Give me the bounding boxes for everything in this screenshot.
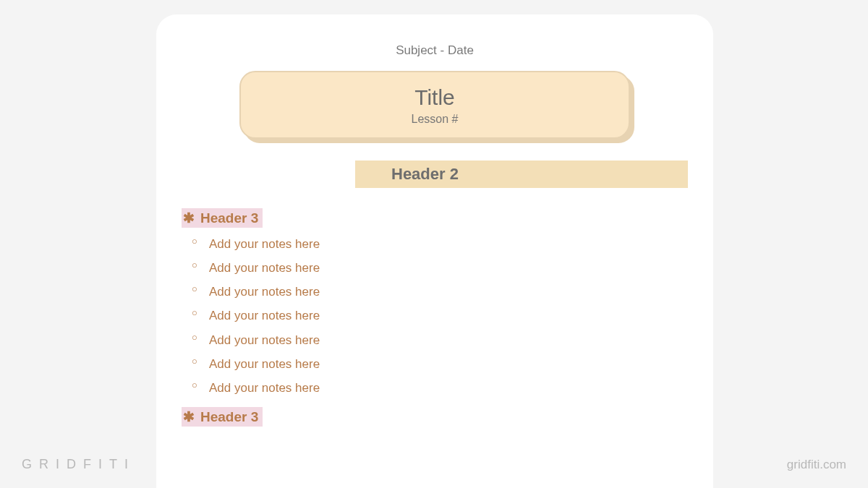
section-1: ✱Header 3 Add your notes here Add your n… bbox=[182, 208, 688, 400]
header2-row: Header 2 bbox=[182, 160, 688, 188]
asterisk-icon: ✱ bbox=[183, 409, 195, 424]
asterisk-icon: ✱ bbox=[183, 210, 195, 226]
lesson-number[interactable]: Lesson # bbox=[248, 113, 621, 126]
watermark-logo: GRIDFITI bbox=[22, 457, 135, 472]
note-list-1: Add your notes here Add your notes here … bbox=[182, 232, 688, 400]
list-item[interactable]: Add your notes here bbox=[209, 280, 688, 304]
list-item[interactable]: Add your notes here bbox=[209, 376, 688, 400]
list-item[interactable]: Add your notes here bbox=[209, 232, 688, 256]
title-box-inner: Title Lesson # bbox=[239, 71, 630, 139]
header-3[interactable]: ✱Header 3 bbox=[182, 208, 263, 228]
list-item[interactable]: Add your notes here bbox=[209, 328, 688, 352]
title-box: Title Lesson # bbox=[239, 71, 630, 139]
watermark-url: gridfiti.com bbox=[787, 458, 846, 472]
document-card: Subject - Date Title Lesson # Header 2 ✱… bbox=[156, 14, 713, 488]
title-text[interactable]: Title bbox=[248, 85, 621, 110]
header-3-label: Header 3 bbox=[200, 210, 258, 226]
header-3[interactable]: ✱Header 3 bbox=[182, 407, 263, 427]
list-item[interactable]: Add your notes here bbox=[209, 352, 688, 376]
list-item[interactable]: Add your notes here bbox=[209, 256, 688, 280]
list-item[interactable]: Add your notes here bbox=[209, 304, 688, 328]
header-3-label: Header 3 bbox=[200, 409, 258, 424]
section-2: ✱Header 3 bbox=[182, 407, 688, 431]
subject-date-label[interactable]: Subject - Date bbox=[182, 43, 688, 58]
header-2[interactable]: Header 2 bbox=[355, 160, 688, 188]
